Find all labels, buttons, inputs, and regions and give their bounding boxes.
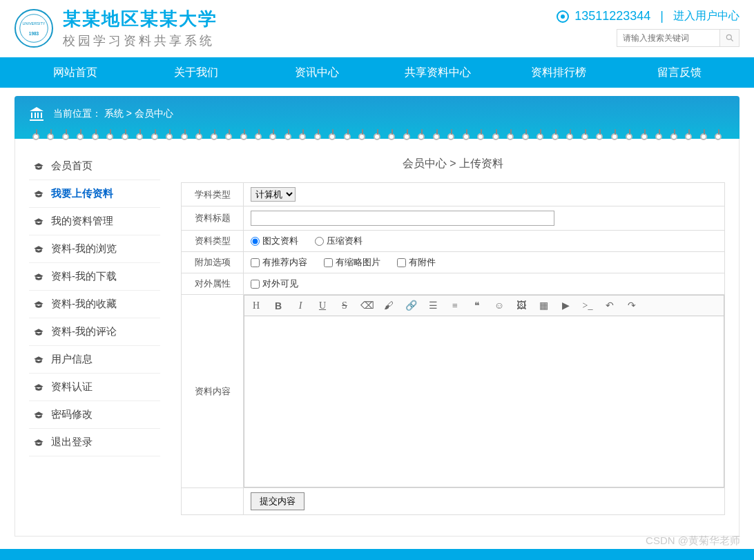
target-icon [557, 10, 569, 23]
cap-icon [33, 245, 44, 253]
svg-text:UNIVERSITY: UNIVERSITY [22, 21, 45, 26]
cap-icon [33, 356, 44, 364]
svg-line-4 [731, 39, 733, 41]
sidebar: 会员首页我要上传资料我的资料管理资料-我的浏览资料-我的下载资料-我的收藏资料-… [29, 153, 160, 515]
building-icon [28, 106, 45, 122]
sidebar-item[interactable]: 我要上传资料 [29, 180, 160, 208]
content-area: 会员中心 > 上传资料 学科类型 计算机 资料标题 资料类型 [181, 153, 725, 515]
sidebar-item[interactable]: 资料-我的收藏 [29, 291, 160, 318]
subject-select[interactable]: 计算机 [251, 187, 296, 202]
footer: Copyright © 校园学习资料共享平台 作者:黄菊华:微信：4515771… [0, 549, 754, 560]
nav-item[interactable]: 网站首页 [14, 57, 135, 88]
breadcrumb-banner: 当前位置： 系统 > 会员中心 [14, 96, 740, 139]
strike-icon[interactable]: S [338, 300, 351, 311]
svg-text:1983: 1983 [29, 31, 39, 36]
emoji-icon[interactable]: ☺ [493, 300, 505, 311]
nav-item[interactable]: 关于我们 [135, 57, 256, 88]
cap-icon [33, 162, 44, 171]
link-icon[interactable]: 🔗 [405, 300, 417, 311]
align-icon[interactable]: ≡ [449, 300, 461, 311]
bold-icon[interactable]: B [272, 300, 284, 311]
video-icon[interactable]: ▶ [559, 300, 572, 311]
sidebar-item[interactable]: 资料认证 [29, 374, 160, 401]
sidebar-item[interactable]: 用户信息 [29, 346, 160, 374]
header: UNIVERSITY1983 某某地区某某大学 校园学习资料共享系统 13511… [14, 0, 740, 57]
editor-textarea[interactable] [244, 316, 724, 485]
cap-icon [33, 383, 44, 392]
checkbox-option[interactable]: 有附件 [397, 256, 436, 269]
sidebar-item[interactable]: 我的资料管理 [29, 208, 160, 235]
svg-point-0 [20, 14, 48, 41]
search-icon [725, 33, 735, 43]
upload-form: 学科类型 计算机 资料标题 资料类型 图文资料 [181, 182, 725, 515]
sidebar-item[interactable]: 资料-我的浏览 [29, 235, 160, 263]
field-label: 附加选项 [182, 252, 244, 273]
nav-item[interactable]: 资讯中心 [256, 57, 377, 88]
sidebar-item[interactable]: 密码修改 [29, 401, 160, 429]
content-title: 会员中心 > 上传资料 [181, 153, 725, 182]
sidebar-item[interactable]: 资料-我的评论 [29, 318, 160, 346]
cap-icon [33, 411, 44, 419]
spiral-rings [14, 133, 740, 144]
sidebar-item[interactable]: 退出登录 [29, 429, 160, 456]
table-icon[interactable]: ▦ [537, 300, 550, 311]
italic-icon[interactable]: I [294, 300, 307, 311]
cap-icon [33, 190, 44, 198]
nav-item[interactable]: 留言反馈 [619, 57, 740, 88]
eraser-icon[interactable]: ⌫ [360, 300, 373, 311]
field-label: 学科类型 [182, 183, 244, 206]
radio-option[interactable]: 压缩资料 [315, 235, 362, 247]
logo-icon: UNIVERSITY1983 [14, 9, 53, 48]
field-label: 资料内容 [182, 295, 244, 488]
cap-icon [33, 328, 44, 336]
header-contact: 13511223344 | 进入用户中心 [557, 9, 740, 23]
redo-icon[interactable]: ↷ [626, 300, 638, 311]
breadcrumb-link[interactable]: 系统 [104, 108, 124, 119]
radio-option[interactable]: 图文资料 [251, 235, 298, 247]
code-icon[interactable]: >_ [581, 300, 594, 311]
title-input[interactable] [251, 211, 554, 226]
undo-icon[interactable]: ↶ [603, 300, 616, 311]
field-label: 资料类型 [182, 231, 244, 252]
field-label: 对外属性 [182, 273, 244, 295]
svg-point-3 [726, 35, 731, 39]
heading-icon[interactable]: H [250, 300, 262, 311]
rich-editor: H B I U S ⌫ 🖌 🔗 ☰ ≡ ❝ [244, 295, 724, 487]
main-content: 会员首页我要上传资料我的资料管理资料-我的浏览资料-我的下载资料-我的收藏资料-… [14, 139, 740, 537]
user-center-link[interactable]: 进入用户中心 [673, 9, 740, 23]
nav-item[interactable]: 共享资料中心 [377, 57, 498, 88]
list-icon[interactable]: ☰ [427, 300, 439, 311]
cap-icon [33, 218, 44, 226]
cap-icon [33, 438, 44, 447]
quote-icon[interactable]: ❝ [471, 300, 483, 311]
search-button[interactable] [720, 29, 740, 47]
main-nav: 网站首页 关于我们 资讯中心 共享资料中心 资料排行榜 留言反馈 [0, 57, 754, 88]
phone-number: 13511223344 [574, 9, 650, 23]
cap-icon [33, 300, 44, 309]
checkbox-option[interactable]: 有推荐内容 [251, 256, 307, 269]
editor-toolbar: H B I U S ⌫ 🖌 🔗 ☰ ≡ ❝ [244, 296, 724, 316]
submit-button[interactable]: 提交内容 [251, 492, 304, 510]
cap-icon [33, 273, 44, 281]
site-subtitle: 校园学习资料共享系统 [63, 32, 218, 49]
color-icon[interactable]: 🖌 [383, 300, 395, 311]
checkbox-option[interactable]: 对外可见 [251, 278, 298, 290]
nav-item[interactable]: 资料排行榜 [498, 57, 619, 88]
sidebar-item[interactable]: 资料-我的下载 [29, 263, 160, 291]
underline-icon[interactable]: U [316, 300, 329, 311]
search-input[interactable] [617, 29, 720, 47]
logo-area: UNIVERSITY1983 某某地区某某大学 校园学习资料共享系统 [14, 7, 557, 49]
breadcrumb-label: 当前位置： [53, 108, 102, 119]
breadcrumb-link[interactable]: 会员中心 [135, 108, 173, 119]
checkbox-option[interactable]: 有缩略图片 [324, 256, 380, 269]
sidebar-item[interactable]: 会员首页 [29, 153, 160, 180]
image-icon[interactable]: 🖼 [515, 300, 528, 311]
site-title: 某某地区某某大学 [63, 7, 218, 31]
field-label: 资料标题 [182, 206, 244, 231]
